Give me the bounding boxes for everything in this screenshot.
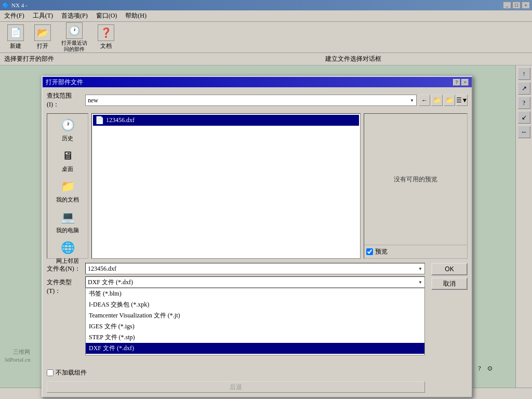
dropdown-item-dxf[interactable]: DXF 文件 (*.dxf) (86, 343, 424, 354)
dialog-bottom: 文件名(N)： 123456.dxf ▼ 文件类型(T)： DXF (47, 263, 468, 393)
filename-row: 文件名(N)： 123456.dxf ▼ (47, 263, 425, 274)
right-sidebar: ↑ ↗ ? ↙ ↔ (515, 65, 532, 388)
filetype-combo[interactable]: DXF 文件 (*.dxf) ▼ (85, 276, 425, 288)
main-content: 打开部件文件 ? × 查找范围(I)： new ▼ ← 📁 (0, 65, 532, 388)
close-button[interactable]: × (522, 2, 530, 9)
title-bar: 🔷 NX 4 - _ □ × (0, 0, 532, 10)
dropdown-item-xpk[interactable]: I-DEAS 交换包 (*.xpk) (86, 299, 424, 310)
nav-history-label: 历史 (62, 135, 73, 142)
history-icon: 🕐 (59, 117, 76, 134)
nav-mydocs-label: 我的文档 (56, 196, 79, 204)
preview-checkbox[interactable] (366, 248, 373, 255)
status-left: 选择要打开的部件 (4, 55, 179, 63)
preview-checkbox-row[interactable]: 预览 (364, 245, 467, 258)
dropdown-item-stp[interactable]: STEP 文件 (*.stp) (86, 332, 424, 343)
maximize-button[interactable]: □ (512, 2, 521, 9)
menu-file[interactable]: 文件(F) (0, 10, 29, 21)
nav-desktop[interactable]: 🖥 桌面 (49, 147, 86, 174)
mydocs-icon: 📁 (59, 178, 76, 195)
nav-mycomputer-label: 我的电脑 (56, 227, 79, 234)
title-bar-left: 🔷 NX 4 - (2, 2, 28, 9)
sidebar-btn-2[interactable]: ↗ (518, 82, 530, 95)
file-list[interactable]: 📄 123456.dxf (91, 113, 361, 259)
new-folder-button[interactable]: 📁 (444, 95, 455, 106)
dropdown-item-blm[interactable]: 书签 (*.blm) (86, 288, 424, 299)
cancel-button[interactable]: 取消 (431, 277, 468, 290)
nav-history[interactable]: 🕐 历史 (49, 116, 86, 143)
filetype-row: 文件类型(T)： DXF 文件 (*.dxf) ▼ 书签 (*.blm) I-D… (47, 276, 425, 296)
dialog-title-controls[interactable]: ? × (453, 79, 469, 86)
toolbar: 📄 新建 📂 打开 🕐 打开最近访问的部件 ❓ 文档 (0, 22, 532, 53)
title-bar-controls[interactable]: _ □ × (503, 2, 530, 9)
file-browser: 🕐 历史 🖥 桌面 📁 我的文档 💻 我 (47, 113, 468, 259)
back-button[interactable]: 后退 (47, 381, 425, 393)
dialog-bottom-left: 文件名(N)： 123456.dxf ▼ 文件类型(T)： DXF (47, 263, 425, 393)
workspace: 打开部件文件 ? × 查找范围(I)： new ▼ ← 📁 (0, 65, 515, 388)
watermark: 三维网 3dPortal.cn (4, 340, 30, 372)
preview-label: 预览 (375, 247, 388, 256)
dialog-close-button[interactable]: × (461, 79, 469, 86)
open-icon: 📂 (34, 24, 51, 41)
minimize-button[interactable]: _ (503, 2, 511, 9)
up-folder-button[interactable]: 📁 (431, 95, 443, 106)
st-icon-6[interactable]: ⊙ (485, 364, 495, 373)
lookup-value: new (88, 97, 98, 104)
nav-mycomputer[interactable]: 💻 我的电脑 (49, 208, 86, 235)
menu-window[interactable]: 窗口(O) (92, 10, 122, 21)
sidebar-btn-5[interactable]: ↔ (518, 126, 530, 138)
status-bar: 选择要打开的部件 建立文件选择对话框 (0, 53, 532, 65)
window-title: NX 4 - (11, 2, 28, 8)
open-recent-button[interactable]: 🕐 打开最近访问的部件 (58, 21, 90, 54)
sidebar-btn-1[interactable]: ↑ (518, 68, 530, 80)
new-icon: 📄 (7, 24, 24, 41)
dropdown-item-jt[interactable]: Teamcenter Visualization 文件 (*.jt) (86, 310, 424, 321)
sidebar-btn-3[interactable]: ? (518, 97, 530, 109)
watermark-text: 三维网 3dPortal.cn (4, 349, 30, 363)
open-label: 打开 (37, 42, 48, 50)
dialog-body: 查找范围(I)： new ▼ ← 📁 📁 ☰▼ (43, 87, 472, 397)
view-toggle-button[interactable]: ☰▼ (456, 95, 468, 106)
filename-input[interactable]: 123456.dxf ▼ (85, 263, 425, 274)
nav-mydocs[interactable]: 📁 我的文档 (49, 177, 86, 205)
dropdown-item-igs[interactable]: IGES 文件 (*.igs) (86, 321, 424, 332)
dialog-action-buttons: OK 取消 (429, 263, 468, 290)
dialog-title-bar: 打开部件文件 ? × (43, 77, 472, 87)
lookup-label: 查找范围(I)： (47, 91, 83, 109)
file-item[interactable]: 📄 123456.dxf (93, 115, 359, 126)
filetype-arrow: ▼ (418, 280, 422, 285)
desktop-icon: 🖥 (59, 148, 76, 164)
filetype-label: 文件类型(T)： (47, 276, 83, 296)
sidebar-btn-4[interactable]: ↙ (518, 111, 530, 124)
network-icon: 🌐 (59, 240, 76, 256)
filetype-combo-area: DXF 文件 (*.dxf) ▼ 书签 (*.blm) I-DEAS 交换包 (… (85, 276, 425, 288)
lookup-combo-arrow: ▼ (410, 98, 414, 103)
no-load-checkbox-row: 不加载组件 (47, 368, 425, 377)
open-button[interactable]: 📂 打开 (31, 23, 54, 51)
open-recent-icon: 🕐 (66, 22, 83, 39)
back-nav-button[interactable]: ← (419, 95, 430, 106)
menu-tools[interactable]: 工具(T) (29, 10, 57, 21)
new-label: 新建 (10, 42, 21, 50)
file-name: 123456.dxf (106, 116, 135, 124)
lookup-toolbar: ← 📁 📁 ☰▼ (419, 95, 468, 106)
dropdown-item-dwg[interactable]: DWG 文件 (*.dwg) (86, 354, 424, 355)
no-load-label: 不加载组件 (56, 368, 87, 377)
open-recent-label: 打开最近访问的部件 (61, 40, 87, 52)
no-load-checkbox[interactable] (47, 369, 54, 376)
open-file-dialog: 打开部件文件 ? × 查找范围(I)： new ▼ ← 📁 (42, 76, 473, 398)
filename-label: 文件名(N)： (47, 264, 83, 273)
st-icon-5[interactable]: ? (475, 364, 484, 373)
lookup-combo[interactable]: new ▼ (85, 95, 417, 106)
filetype-dropdown[interactable]: 书签 (*.blm) I-DEAS 交换包 (*.xpk) Teamcenter… (85, 288, 425, 355)
new-button[interactable]: 📄 新建 (4, 23, 27, 51)
dialog-title: 打开部件文件 (46, 78, 83, 87)
nav-network[interactable]: 🌐 网上邻居 (49, 238, 86, 266)
menu-help[interactable]: 帮助(H) (121, 10, 151, 21)
file-icon: 📄 (95, 116, 104, 125)
docs-button[interactable]: ❓ 文档 (95, 23, 117, 51)
dialog-help-button[interactable]: ? (453, 79, 460, 86)
nav-desktop-label: 桌面 (62, 165, 73, 173)
ok-button[interactable]: OK (431, 263, 468, 275)
nav-panel: 🕐 历史 🖥 桌面 📁 我的文档 💻 我 (47, 113, 88, 259)
menu-preferences[interactable]: 首选项(P) (57, 10, 92, 21)
